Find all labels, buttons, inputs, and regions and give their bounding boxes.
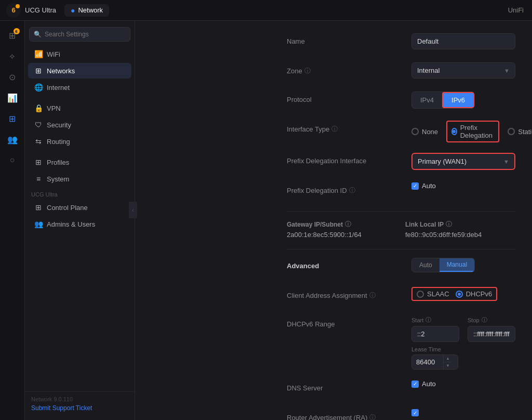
icon-alerts[interactable]: ○: [4, 152, 21, 168]
stepper-btns: ▲ ▼: [443, 355, 452, 369]
ra-checkbox[interactable]: ✓: [411, 409, 419, 416]
nav-label-internet: Internet: [47, 84, 70, 91]
ra-row: Router Advertisement (RA) ⓘ ✓: [287, 409, 515, 420]
nav-label-control-plane: Control Plane: [47, 204, 88, 212]
ra-control: ✓: [411, 409, 515, 416]
tab-network-label: Network: [78, 6, 103, 14]
linklocal-label: Link Local IP: [405, 221, 444, 228]
if-prefix-radio[interactable]: [451, 128, 457, 135]
sidebar-item-admins[interactable]: 👥 Admins & Users: [28, 216, 131, 232]
support-link[interactable]: Submit Support Ticket: [31, 404, 128, 412]
lease-input[interactable]: [412, 355, 443, 369]
if-static-radio[interactable]: [508, 128, 515, 135]
ra-info-icon[interactable]: ⓘ: [369, 413, 376, 420]
dhcpv6-label: DHCPv6: [466, 290, 493, 298]
if-static-option[interactable]: Static: [508, 128, 532, 136]
admins-icon: 👥: [34, 220, 43, 228]
nav-label-admins: Admins & Users: [47, 220, 95, 228]
sidebar-item-vpn[interactable]: 🔒 VPN: [28, 100, 131, 116]
icon-clients[interactable]: ⊙: [4, 69, 21, 85]
interface-type-label: Interface Type ⓘ: [287, 121, 411, 134]
prefix-id-row: Prefix Delegation ID ⓘ ✓ Auto: [287, 182, 515, 201]
dns-auto-check[interactable]: ✓ Auto: [411, 380, 515, 388]
zone-value: Internal: [417, 67, 440, 74]
stop-info-icon[interactable]: ⓘ: [482, 316, 487, 324]
if-none-label: None: [422, 128, 438, 136]
sidebar-item-security[interactable]: 🛡 Security: [28, 117, 131, 133]
interface-type-control: None Prefix Delegation Static: [411, 121, 532, 142]
dhcpv6-option[interactable]: DHCPv6: [456, 290, 493, 298]
version-text: Network 9.0.110: [31, 396, 128, 402]
slaac-radio[interactable]: [417, 291, 424, 298]
icon-dashboard[interactable]: ⊞ 6: [4, 27, 21, 44]
security-icon: 🛡: [34, 121, 43, 129]
zone-dropdown[interactable]: Internal ▼: [411, 62, 515, 78]
sidebar-item-profiles[interactable]: ⊞ Profiles: [28, 154, 131, 170]
zone-info-icon[interactable]: ⓘ: [304, 67, 311, 75]
icon-stats[interactable]: 📊: [4, 89, 21, 106]
adv-auto-btn[interactable]: Auto: [412, 259, 440, 271]
icon-network[interactable]: ⊞: [4, 110, 21, 127]
dhcp-range-row: Start ⓘ Stop ⓘ: [411, 316, 515, 342]
zone-label: Zone ⓘ: [287, 62, 411, 75]
search-box[interactable]: 🔍: [29, 27, 130, 42]
prefix-iface-value: Primary (WAN1): [418, 158, 467, 165]
protocol-row: Protocol IPv4 IPv6: [287, 91, 515, 110]
dhcpv6-radio[interactable]: [456, 291, 463, 298]
dns-control: ✓ Auto: [411, 380, 515, 388]
lease-row: Lease Time ▲ ▼: [411, 346, 515, 370]
step-up-btn[interactable]: ▲: [444, 355, 452, 362]
gateway-info-icon[interactable]: ⓘ: [345, 220, 351, 229]
protocol-ipv4-btn[interactable]: IPv4: [412, 92, 442, 108]
profiles-icon: ⊞: [34, 158, 43, 166]
dhcpv6-range-row: DHCPv6 Range Start ⓘ Stop ⓘ: [287, 316, 515, 370]
if-none-option[interactable]: None: [411, 128, 438, 136]
search-input[interactable]: [45, 31, 126, 38]
dns-auto-checkbox[interactable]: ✓: [411, 380, 419, 388]
interface-type-info-icon[interactable]: ⓘ: [331, 125, 338, 134]
topbar: 6 UCG Ultra ● Network UniFi: [0, 0, 532, 21]
control-plane-icon: ⊞: [34, 203, 43, 212]
client-assign-control: SLAAC DHCPv6: [411, 287, 515, 301]
prefix-iface-dropdown[interactable]: Primary (WAN1) ▼: [411, 153, 515, 170]
sidebar-footer: Network 9.0.110 Submit Support Ticket: [25, 391, 135, 416]
sidebar-nav: 🔍 📶 WiFi ⊞ Networks 🌐 Internet 🔒 VPN 🛡 S…: [25, 21, 135, 420]
client-assign-info-icon[interactable]: ⓘ: [369, 291, 376, 300]
sidebar-item-wifi[interactable]: 📶 WiFi: [28, 46, 131, 62]
tab-network[interactable]: ● Network: [64, 4, 109, 17]
step-down-btn[interactable]: ▼: [444, 362, 452, 369]
slaac-option[interactable]: SLAAC: [417, 290, 449, 298]
gateway-title: Gateway IP/Subnet ⓘ: [287, 220, 397, 229]
advanced-toggle: Auto Manual: [411, 258, 475, 272]
start-info-icon[interactable]: ⓘ: [425, 316, 431, 324]
section-label: UCG Ultra: [25, 187, 135, 199]
if-none-radio[interactable]: [411, 128, 419, 135]
icon-topology[interactable]: ⟡: [4, 48, 21, 64]
adv-manual-btn[interactable]: Manual: [440, 258, 474, 272]
sidebar-item-internet[interactable]: 🌐 Internet: [28, 80, 131, 95]
prefix-id-checkbox[interactable]: ✓: [411, 182, 419, 190]
sidebar-item-control-plane[interactable]: ⊞ Control Plane: [28, 200, 131, 215]
linklocal-info-icon[interactable]: ⓘ: [446, 220, 452, 229]
lease-stepper: ▲ ▼: [411, 355, 458, 370]
dhcp-stop-col: Stop ⓘ: [468, 316, 515, 342]
name-input[interactable]: [411, 33, 515, 49]
icon-users[interactable]: 👥: [4, 131, 21, 148]
client-assign-box: SLAAC DHCPv6: [411, 287, 497, 301]
if-prefix-option[interactable]: Prefix Delegation: [446, 121, 499, 142]
sidebar-item-networks[interactable]: ⊞ Networks: [28, 63, 131, 78]
dhcpv6-range-control: Start ⓘ Stop ⓘ Lease Time: [411, 316, 515, 370]
vpn-icon: 🔒: [34, 104, 43, 112]
zone-control: Internal ▼: [411, 62, 515, 78]
prefix-id-auto-check[interactable]: ✓ Auto: [411, 182, 515, 190]
sidebar-item-routing[interactable]: ⇆ Routing: [28, 134, 131, 149]
sidebar-item-system[interactable]: ≡ System: [28, 171, 131, 187]
app-logo[interactable]: 6: [6, 3, 21, 18]
dhcp-stop-input[interactable]: [468, 326, 515, 342]
sidebar-collapse-arrow[interactable]: ‹: [129, 202, 137, 218]
dhcp-start-input[interactable]: [411, 326, 459, 342]
protocol-ipv6-btn[interactable]: IPv6: [442, 92, 474, 108]
gateway-label: Gateway IP/Subnet: [287, 221, 343, 228]
prefix-id-info-icon[interactable]: ⓘ: [349, 186, 355, 195]
nav-label-networks: Networks: [47, 67, 75, 75]
